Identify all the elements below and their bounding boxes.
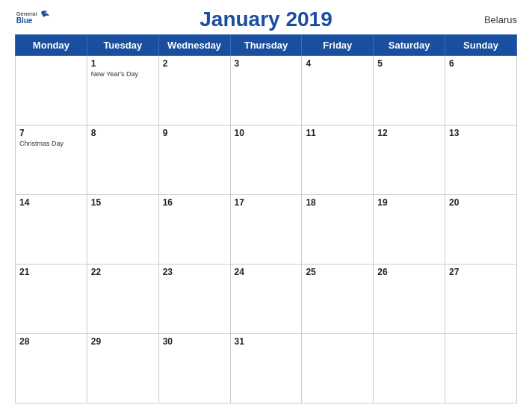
day-number: 10 <box>235 128 298 138</box>
day-number: 15 <box>91 197 155 208</box>
day-number: 18 <box>306 197 369 208</box>
table-row: 10 <box>230 126 302 195</box>
day-number: 27 <box>449 267 513 277</box>
day-number: 8 <box>91 128 155 138</box>
calendar-table: Monday Tuesday Wednesday Thursday Friday… <box>15 34 517 404</box>
table-row: 2 <box>158 56 230 126</box>
table-row: 24 <box>230 265 302 334</box>
day-number: 3 <box>235 58 298 69</box>
day-number: 7 <box>19 128 83 138</box>
table-row: 26 <box>374 265 445 334</box>
table-row <box>445 334 517 404</box>
calendar-week-row: 7Christmas Day8910111213 <box>16 126 517 195</box>
day-number: 14 <box>19 197 83 208</box>
calendar-header: General Blue January 2019 Belarus <box>15 7 517 31</box>
table-row: 20 <box>445 195 517 265</box>
day-number: 28 <box>19 336 83 347</box>
table-row: 6 <box>445 56 517 126</box>
table-row <box>302 334 374 404</box>
day-number: 5 <box>377 58 441 69</box>
table-row: 15 <box>87 195 158 265</box>
table-row <box>16 56 87 126</box>
table-row: 18 <box>302 195 374 265</box>
day-number: 19 <box>377 197 441 208</box>
day-number: 22 <box>91 267 155 277</box>
holiday-label: New Year's Day <box>91 70 155 78</box>
table-row: 14 <box>16 195 87 265</box>
day-number: 21 <box>19 267 83 277</box>
table-row <box>374 334 445 404</box>
day-number: 1 <box>91 58 155 69</box>
table-row: 5 <box>374 56 445 126</box>
table-row: 30 <box>158 334 230 404</box>
table-row: 22 <box>87 265 158 334</box>
logo: General Blue <box>15 7 52 33</box>
day-number: 26 <box>377 267 441 277</box>
day-number: 9 <box>163 128 226 138</box>
header-thursday: Thursday <box>230 35 302 56</box>
table-row: 28 <box>16 334 87 404</box>
day-number: 4 <box>306 58 369 69</box>
calendar-week-row: 28293031 <box>16 334 517 404</box>
page-title: January 2019 <box>200 7 332 31</box>
day-number: 29 <box>91 336 155 347</box>
table-row: 7Christmas Day <box>16 126 87 195</box>
holiday-label: Christmas Day <box>19 140 83 148</box>
table-row: 4 <box>302 56 374 126</box>
table-row: 3 <box>230 56 302 126</box>
day-number: 13 <box>449 128 513 138</box>
table-row: 16 <box>158 195 230 265</box>
header-monday: Monday <box>16 35 87 56</box>
header-tuesday: Tuesday <box>87 35 158 56</box>
table-row: 11 <box>302 126 374 195</box>
day-number: 25 <box>306 267 369 277</box>
calendar-week-row: 21222324252627 <box>16 265 517 334</box>
header-sunday: Sunday <box>445 35 517 56</box>
header-wednesday: Wednesday <box>158 35 230 56</box>
table-row: 31 <box>230 334 302 404</box>
day-number: 31 <box>235 336 298 347</box>
table-row: 17 <box>230 195 302 265</box>
table-row: 19 <box>374 195 445 265</box>
table-row: 9 <box>158 126 230 195</box>
day-number: 30 <box>163 336 226 347</box>
day-number: 24 <box>235 267 298 277</box>
table-row: 23 <box>158 265 230 334</box>
table-row: 8 <box>87 126 158 195</box>
logo-svg: General Blue <box>15 7 52 33</box>
day-number: 20 <box>449 197 513 208</box>
header-saturday: Saturday <box>374 35 445 56</box>
svg-text:Blue: Blue <box>16 16 33 25</box>
table-row: 29 <box>87 334 158 404</box>
country-label: Belarus <box>484 14 517 25</box>
day-number: 6 <box>449 58 513 69</box>
table-row: 27 <box>445 265 517 334</box>
day-number: 2 <box>163 58 226 69</box>
day-number: 11 <box>306 128 369 138</box>
table-row: 21 <box>16 265 87 334</box>
table-row: 25 <box>302 265 374 334</box>
table-row: 1New Year's Day <box>87 56 158 126</box>
day-number: 16 <box>163 197 226 208</box>
header-friday: Friday <box>302 35 374 56</box>
calendar-week-row: 14151617181920 <box>16 195 517 265</box>
weekday-header-row: Monday Tuesday Wednesday Thursday Friday… <box>16 35 517 56</box>
day-number: 12 <box>377 128 441 138</box>
table-row: 13 <box>445 126 517 195</box>
calendar-week-row: 1New Year's Day23456 <box>16 56 517 126</box>
table-row: 12 <box>374 126 445 195</box>
day-number: 17 <box>235 197 298 208</box>
day-number: 23 <box>163 267 226 277</box>
